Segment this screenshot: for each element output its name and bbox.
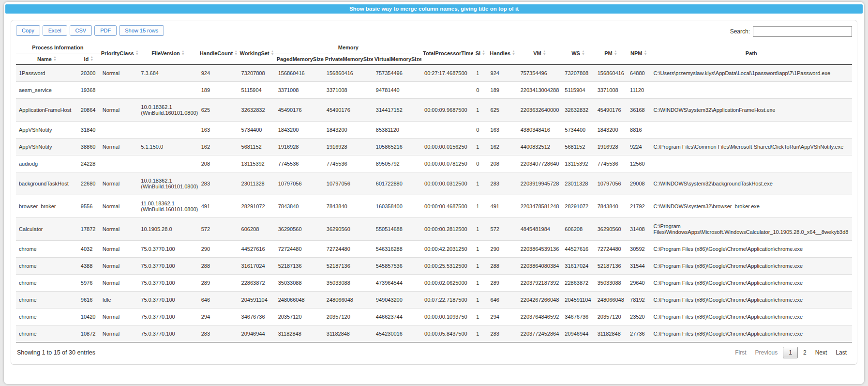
copy-button[interactable]: Copy (16, 25, 40, 36)
cell-path: C:\WINDOWS\system32\browser_broker.exe (650, 195, 852, 218)
cell-name: browser_broker (16, 195, 78, 218)
group-header-process-information: Process Information (16, 42, 100, 53)
table-row: AppVShNotify38860Normal5.1.150.016256811… (16, 139, 852, 155)
page-title: Show basic way to merge column names, gi… (5, 4, 863, 14)
cell-virtualmemorysize: 454230016 (373, 325, 421, 342)
cell-virtualmemorysize: 545857536 (373, 258, 421, 275)
cell-id: 22680 (78, 172, 100, 195)
pagination-previous[interactable]: Previous (751, 347, 782, 358)
cell-workingset: 20946944 (239, 325, 275, 342)
cell-npm: 21792 (627, 195, 650, 218)
cell-fileversion: 10.0.18362.1 (WinBuild.160101.0800) (138, 172, 198, 195)
column-header-pagedmemorysize[interactable]: PagedMemorySize▲▼ (275, 53, 324, 65)
pagination-last[interactable]: Last (831, 347, 851, 358)
sort-icon: ▲▼ (90, 56, 93, 62)
cell-vm: 2204267266048 (518, 292, 562, 309)
cell-ws: 44527616 (562, 241, 594, 258)
cell-privatememorysize: 35033088 (324, 275, 373, 292)
cell-priorityclass: Normal (100, 258, 138, 275)
pagination-next[interactable]: Next (811, 347, 832, 358)
cell-npm: 29008 (627, 172, 650, 195)
column-header-virtualmemorysize[interactable]: VirtualMemorySize▲▼ (373, 53, 421, 65)
csv-button[interactable]: CSV (70, 25, 92, 36)
sort-icon: ▲▼ (482, 50, 485, 56)
cell-virtualmemorysize: 601722880 (373, 172, 421, 195)
cell-handles: 294 (488, 309, 518, 325)
excel-button[interactable]: Excel (43, 25, 67, 36)
column-header-si[interactable]: SI▲▼ (473, 42, 487, 65)
cell-totalprocessortime: 00:00:05.8437500 (421, 325, 473, 342)
cell-privatememorysize: 7843840 (324, 195, 373, 218)
cell-totalprocessortime: 00:00:00.0312500 (421, 172, 473, 195)
column-header-ws[interactable]: WS▲▼ (562, 42, 594, 65)
cell-handlecount: 283 (198, 172, 239, 195)
column-header-priorityclass[interactable]: PriorityClass▲▼ (100, 42, 138, 65)
search-container: Search: (730, 25, 852, 37)
cell-si: 1 (473, 309, 487, 325)
cell-ws: 32632832 (562, 99, 594, 122)
cell-priorityclass: Normal (100, 218, 138, 241)
cell-priorityclass (100, 82, 138, 99)
cell-workingset: 23011328 (239, 172, 275, 195)
cell-priorityclass (100, 122, 138, 139)
cell-pm: 3371008 (595, 82, 627, 99)
search-input[interactable] (753, 26, 852, 37)
column-header-totalprocessortime[interactable]: TotalProcessorTime▲▼ (421, 42, 473, 65)
cell-workingset: 204591104 (239, 292, 275, 309)
page-card: Show basic way to merge column names, gi… (4, 2, 864, 384)
column-header-workingset[interactable]: WorkingSet▲▼ (239, 42, 275, 65)
column-header-name[interactable]: Name▲▼ (16, 53, 78, 65)
cell-handlecount: 491 (198, 195, 239, 218)
column-header-vm[interactable]: VM▲▼ (518, 42, 562, 65)
cell-vm: 2203919945728 (518, 172, 562, 195)
column-header-fileversion[interactable]: FileVersion▲▼ (138, 42, 198, 65)
table-body: 1Password20300Normal7.3.6849247320780815… (16, 65, 852, 342)
table-row: chrome4388Normal75.0.3770.10028831617024… (16, 258, 852, 275)
cell-handles: 208 (488, 155, 518, 172)
cell-privatememorysize: 3371008 (324, 82, 373, 99)
cell-si: 1 (473, 218, 487, 241)
cell-privatememorysize: 72724480 (324, 241, 373, 258)
cell-pagedmemorysize: 36290560 (275, 218, 324, 241)
pdf-button[interactable]: PDF (94, 25, 117, 36)
column-header-pm[interactable]: PM▲▼ (595, 42, 627, 65)
cell-handlecount: 208 (198, 155, 239, 172)
column-header-id[interactable]: Id▲▼ (78, 53, 100, 65)
cell-ws: 34676736 (562, 309, 594, 325)
cell-totalprocessortime: 00:00:42.2031250 (421, 241, 473, 258)
cell-fileversion: 11.00.18362.1 (WinBuild.160101.0800) (138, 195, 198, 218)
sort-icon: ▲▼ (53, 56, 57, 62)
cell-priorityclass: Normal (100, 195, 138, 218)
pagination-first[interactable]: First (731, 347, 750, 358)
pagination-page-1[interactable]: 1 (783, 347, 798, 358)
cell-pagedmemorysize: 7843840 (275, 195, 324, 218)
cell-vm: 2203792187392 (518, 275, 562, 292)
cell-handlecount: 924 (198, 65, 239, 82)
cell-pagedmemorysize: 72724480 (275, 241, 324, 258)
cell-handlecount: 625 (198, 99, 239, 122)
cell-npm: 31408 (627, 218, 650, 241)
cell-si: 0 (473, 155, 487, 172)
cell-virtualmemorysize: 473964544 (373, 275, 421, 292)
cell-privatememorysize: 7745536 (324, 155, 373, 172)
column-header-privatememorysize[interactable]: PrivateMemorySize▲▼ (324, 53, 373, 65)
cell-path (650, 82, 852, 99)
cell-npm: 12560 (627, 155, 650, 172)
show-rows-button[interactable]: Show 15 rows (119, 25, 164, 36)
cell-id: 20300 (78, 65, 100, 82)
table-row: aesm_service1936818951159043371008337100… (16, 82, 852, 99)
column-header-handles[interactable]: Handles▲▼ (488, 42, 518, 65)
cell-workingset: 34676736 (239, 309, 275, 325)
column-header-npm[interactable]: NPM▲▼ (627, 42, 650, 65)
process-table: Process Information PriorityClass▲▼ File… (16, 42, 852, 342)
cell-si: 1 (473, 99, 487, 122)
cell-path: C:\Program Files\WindowsApps\Microsoft.W… (650, 218, 852, 241)
search-label: Search: (730, 28, 750, 35)
cell-path: C:\Program Files (x86)\Google\Chrome\App… (650, 258, 852, 275)
pagination-page-2[interactable]: 2 (799, 347, 811, 358)
column-header-handlecount[interactable]: HandleCount▲▼ (198, 42, 239, 65)
cell-virtualmemorysize: 314417152 (373, 99, 421, 122)
cell-fileversion: 7.3.684 (138, 65, 198, 82)
cell-vm: 2203772452864 (518, 325, 562, 342)
cell-priorityclass: Idle (100, 292, 138, 309)
